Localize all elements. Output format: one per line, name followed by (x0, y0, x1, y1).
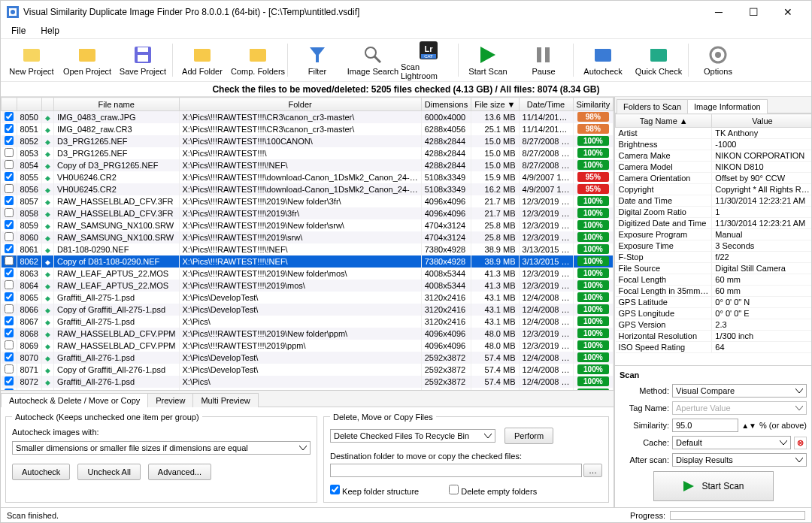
row-checkbox[interactable] (5, 364, 14, 373)
row-checkbox[interactable] (5, 340, 14, 349)
autocheck-button[interactable]: Autocheck (12, 464, 70, 480)
row-checkbox[interactable] (5, 112, 14, 121)
table-row[interactable]: 8055VH0U6246.CR2X:\Pics\!!!RAWTEST!!!\do… (2, 171, 614, 183)
scan-lightroom-button[interactable]: LrCATScan Lightroom (401, 40, 456, 80)
delete-cache-icon[interactable]: ⊗ (794, 437, 807, 449)
info-row[interactable]: File SourceDigital Still Camera (616, 263, 812, 274)
autocheck-rule-combo[interactable]: Smaller dimensions or smaller file sizes… (12, 441, 311, 455)
similarity-input[interactable] (672, 419, 738, 432)
column-header[interactable]: File size ▼ (471, 98, 519, 111)
table-row[interactable]: 8050IMG_0483_craw.JPGX:\Pics\!!!RAWTEST!… (2, 111, 614, 123)
info-row[interactable]: Digital Zoom Ratio1 (616, 207, 812, 218)
table-row[interactable]: 8068RAW_HASSELBLAD_CFV.PPMX:\Pics\!!!RAW… (2, 328, 614, 340)
info-row[interactable]: F-Stopf/22 (616, 252, 812, 263)
column-header[interactable]: Dimensions (421, 98, 471, 111)
menu-help[interactable]: Help (35, 24, 65, 38)
row-checkbox[interactable] (5, 244, 14, 253)
method-combo[interactable]: Visual Compare (672, 384, 807, 398)
image-search-button[interactable]: Image Search (345, 40, 401, 80)
row-checkbox[interactable] (5, 208, 14, 217)
new-project-button[interactable]: New Project (4, 40, 59, 80)
table-row[interactable]: 8058RAW_HASSELBLAD_CFV.3FRX:\Pics\!!!RAW… (2, 207, 614, 219)
maximize-button[interactable]: ☐ (736, 1, 771, 23)
row-checkbox[interactable] (5, 268, 14, 277)
table-row[interactable]: 8071Copy of Graffiti_All-276-1.psdX:\Pic… (2, 364, 614, 376)
table-row[interactable]: 8070Graffiti_All-276-1.psdX:\Pics\Develo… (2, 352, 614, 364)
row-checkbox[interactable] (5, 184, 14, 193)
start-scan-button[interactable]: Start Scan (653, 471, 774, 501)
column-header[interactable]: Folder (179, 98, 421, 111)
table-row[interactable]: 8053D3_PRG1265.NEFX:\Pics\!!!RAWTEST!!!\… (2, 147, 614, 159)
table-row[interactable]: 8056VH0U6245.CR2X:\Pics\!!!RAWTEST!!!\do… (2, 183, 614, 195)
info-row[interactable]: Focal Length60 mm (616, 274, 812, 286)
table-row[interactable]: 8057RAW_HASSELBLAD_CFV.3FRX:\Pics\!!!RAW… (2, 195, 614, 207)
tab-image-information[interactable]: Image Information (687, 99, 768, 113)
options-button[interactable]: Options (690, 40, 746, 80)
table-row[interactable]: 8069RAW_HASSELBLAD_CFV.PPMX:\Pics\!!!RAW… (2, 340, 614, 352)
column-header[interactable]: Similarity (573, 98, 614, 111)
open-project-button[interactable]: Open Project (59, 40, 115, 80)
table-row[interactable]: 8054Copy of D3_PRG1265.NEFX:\Pics\!!!RAW… (2, 159, 614, 171)
delete-empty-checkbox[interactable]: Delete empty folders (449, 485, 537, 496)
row-checkbox[interactable] (5, 376, 14, 385)
info-row[interactable]: ArtistTK Anthony (616, 128, 812, 139)
info-row[interactable]: Horizontal Resolution1/300 inch (616, 331, 812, 342)
browse-button[interactable]: … (583, 464, 602, 477)
info-row[interactable]: Focal Length in 35mm…60 mm (616, 286, 812, 297)
info-row[interactable]: GPS Latitude0° 0' 0" N (616, 297, 812, 308)
table-row[interactable]: 8067Graffiti_All-275-1.psdX:\Pics\3120x2… (2, 316, 614, 328)
uncheck-all-button[interactable]: Uncheck All (77, 464, 140, 480)
row-checkbox[interactable] (5, 196, 14, 205)
column-header[interactable] (2, 98, 17, 111)
info-row[interactable]: Date and Time11/30/2014 12:23:21 AM (616, 195, 812, 207)
column-header[interactable]: Date/Time (519, 98, 573, 111)
info-row[interactable]: GPS Longitude0° 0' 0" E (616, 308, 812, 319)
table-row[interactable]: 8051IMG_0482_raw.CR3X:\Pics\!!!RAWTEST!!… (2, 123, 614, 135)
results-grid[interactable]: File nameFolderDimensionsFile size ▼Date… (1, 97, 614, 390)
image-info-grid[interactable]: Tag Name ▲ Value ArtistTK AnthonyBrightn… (615, 113, 811, 365)
row-checkbox[interactable] (5, 220, 14, 229)
row-checkbox[interactable] (5, 304, 14, 313)
quick-check-button[interactable]: Quick Check (631, 40, 686, 80)
info-col-tag[interactable]: Tag Name ▲ (616, 114, 712, 128)
table-row[interactable]: 8062Copy of D81-108-0290.NEFX:\Pics\!!!R… (2, 255, 614, 268)
table-row[interactable]: 8066Copy of Graffiti_All-275-1.psdX:\Pic… (2, 304, 614, 316)
close-button[interactable]: ✕ (771, 1, 805, 23)
row-checkbox[interactable] (5, 160, 14, 169)
info-row[interactable]: Digitized Date and Time11/30/2014 12:23:… (616, 218, 812, 229)
menu-file[interactable]: File (5, 24, 32, 38)
row-checkbox[interactable] (5, 328, 14, 337)
row-checkbox[interactable] (5, 124, 14, 133)
start-scan-button[interactable]: Start Scan (460, 40, 516, 80)
keep-folder-checkbox[interactable]: Keep folder structure (330, 485, 419, 496)
row-checkbox[interactable] (5, 136, 14, 145)
info-row[interactable]: GPS Version2.3 (616, 319, 812, 331)
column-header[interactable] (41, 98, 53, 111)
save-project-button[interactable]: Save Project (115, 40, 171, 80)
row-checkbox[interactable] (5, 352, 14, 361)
table-row[interactable]: 8052D3_PRG1265.NEFX:\Pics\!!!RAWTEST!!!\… (2, 135, 614, 147)
destination-input[interactable] (330, 464, 582, 477)
comp-folders-button[interactable]: Comp. Folders (230, 40, 286, 80)
tab-preview[interactable]: Preview (147, 393, 193, 407)
info-row[interactable]: Exposure ProgramManual (616, 229, 812, 240)
tab-multi-preview[interactable]: Multi Preview (192, 393, 258, 407)
add-folder-button[interactable]: Add Folder (174, 40, 230, 80)
table-row[interactable]: 8065Graffiti_All-275-1.psdX:\Pics\Develo… (2, 292, 614, 304)
info-row[interactable]: Camera OrientationOffset by 90° CCW (616, 173, 812, 184)
table-row[interactable]: 8064RAW_LEAF_APTUS_22.MOSX:\Pics\!!!RAWT… (2, 280, 614, 292)
row-checkbox[interactable] (5, 292, 14, 301)
row-checkbox[interactable] (5, 148, 14, 157)
cache-combo[interactable]: Default (672, 436, 791, 449)
tab-autocheck[interactable]: Autocheck & Delete / Move or Copy (1, 393, 148, 407)
tab-folders-to-scan[interactable]: Folders to Scan (617, 99, 688, 113)
filter-button[interactable]: Filter (289, 40, 345, 80)
table-row[interactable]: 8060RAW_SAMSUNG_NX100.SRWX:\Pics\!!!RAWT… (2, 231, 614, 243)
info-col-value[interactable]: Value (712, 114, 811, 128)
delete-action-combo[interactable]: Delete Checked Files To Recycle Bin (330, 429, 495, 443)
table-row[interactable]: 8061D81-108-0290.NEFX:\Pics\!!!RAWTEST!!… (2, 243, 614, 255)
autocheck-button[interactable]: Autocheck (575, 40, 631, 80)
info-row[interactable]: Brightness-1000 (616, 139, 812, 150)
similarity-spinner[interactable]: ▲▼ (741, 422, 756, 430)
perform-button[interactable]: Perform (504, 428, 553, 444)
